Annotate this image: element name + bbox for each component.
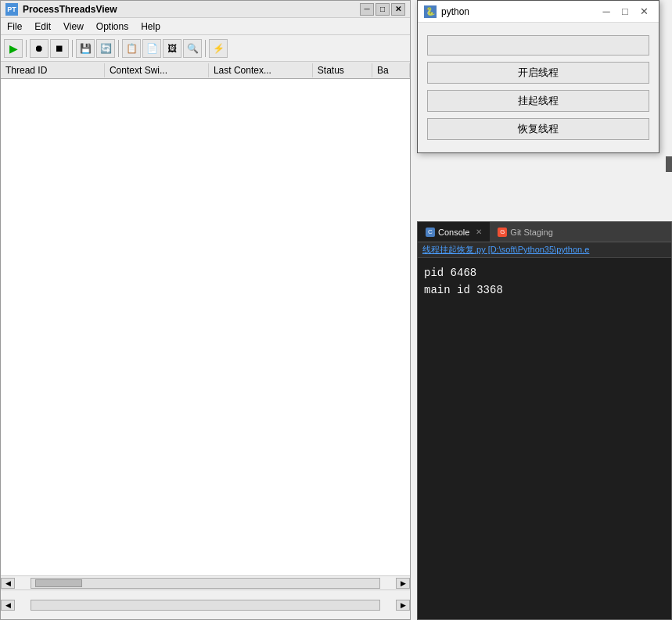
console-tab-label: Console	[438, 228, 469, 237]
python-window-title: python	[441, 6, 593, 17]
process-window-icon: PT	[5, 3, 18, 16]
python-dialog-body: 开启线程 挂起线程 恢复线程	[418, 23, 659, 152]
menu-file[interactable]: File	[1, 20, 28, 34]
process-window-title: ProcessThreadsView	[23, 4, 355, 15]
process-menubar: File Edit View Options Help	[1, 18, 410, 35]
table-header: Thread ID Context Swi... Last Contex... …	[1, 62, 410, 79]
process-window-titlebar: PT ProcessThreadsView ─ □ ✕	[1, 1, 410, 18]
git-tab-icon: G	[498, 228, 507, 237]
python-minimize-btn[interactable]: ─	[598, 3, 615, 20]
h-scrollbar-area: ◀ ▶	[1, 575, 410, 590]
python-titlebar-controls: ─ □ ✕	[598, 3, 652, 20]
python-window-icon: 🐍	[424, 5, 437, 18]
process-window-controls: ─ □ ✕	[360, 3, 405, 16]
console-tab-close[interactable]: ✕	[476, 228, 482, 236]
process-toolbar: ▶ ⏺ ⏹ 💾 🔄 📋 📄 🖼 🔍 ⚡	[1, 35, 410, 62]
python-maximize-btn[interactable]: □	[616, 3, 634, 20]
console-line-1: pid 6468	[424, 264, 665, 281]
bottom-h-scrollbar[interactable]	[31, 600, 380, 611]
git-tab-label: Git Staging	[510, 228, 552, 237]
console-line-2: main id 3368	[424, 281, 665, 299]
python-close-btn[interactable]: ✕	[635, 3, 652, 20]
toolbar-screenshot-btn[interactable]: 🖼	[163, 39, 181, 58]
console-panel: C Console ✕ G Git Staging 线程挂起恢复.py [D:\…	[417, 221, 672, 620]
process-maximize-btn[interactable]: □	[376, 3, 390, 16]
process-threads-window: PT ProcessThreadsView ─ □ ✕ File Edit Vi…	[0, 0, 411, 620]
toolbar-refresh-btn[interactable]: 🔄	[96, 39, 115, 58]
table-body	[1, 79, 410, 575]
process-minimize-btn[interactable]: ─	[360, 3, 374, 16]
python-text-input[interactable]	[427, 35, 649, 56]
toolbar-sep4	[205, 40, 206, 57]
console-tab-icon: C	[426, 228, 435, 237]
h-scrollbar-track[interactable]	[31, 578, 380, 589]
bottom-scroll-right-btn[interactable]: ▶	[396, 600, 410, 611]
menu-view[interactable]: View	[57, 20, 90, 34]
menu-edit[interactable]: Edit	[28, 20, 57, 34]
toolbar-record-btn[interactable]: ⏺	[30, 39, 49, 58]
bottom-scroll-left-btn[interactable]: ◀	[1, 600, 15, 611]
toolbar-copy-btn[interactable]: 📋	[122, 39, 141, 58]
bottom-panel: ◀ ▶	[1, 590, 410, 619]
tab-console[interactable]: C Console ✕	[418, 222, 490, 242]
console-output: pid 6468 main id 3368	[418, 258, 671, 619]
python-dialog-window: 🐍 python ─ □ ✕ 开启线程 挂起线程 恢复线程	[417, 0, 659, 153]
h-scroll-thumb[interactable]	[35, 579, 82, 587]
right-edge-indicator	[666, 156, 672, 172]
col-header-context-sw[interactable]: Context Swi...	[105, 63, 209, 77]
start-thread-btn[interactable]: 开启线程	[427, 62, 649, 84]
col-header-ba[interactable]: Ba	[372, 63, 410, 77]
toolbar-copy2-btn[interactable]: 📄	[142, 39, 161, 58]
resume-thread-btn[interactable]: 恢复线程	[427, 118, 649, 140]
suspend-thread-btn[interactable]: 挂起线程	[427, 90, 649, 112]
menu-options[interactable]: Options	[90, 20, 135, 34]
console-file-link[interactable]: 线程挂起恢复.py [D:\soft\Python35\python.e	[418, 242, 671, 258]
scroll-right-btn[interactable]: ▶	[396, 578, 410, 589]
python-titlebar: 🐍 python ─ □ ✕	[418, 1, 659, 23]
toolbar-plugin-btn[interactable]: ⚡	[209, 39, 228, 58]
scroll-left-btn[interactable]: ◀	[1, 578, 15, 589]
process-close-btn[interactable]: ✕	[391, 3, 405, 16]
menu-help[interactable]: Help	[135, 20, 167, 34]
tab-git-staging[interactable]: G Git Staging	[490, 222, 560, 242]
toolbar-stop-btn[interactable]: ⏹	[50, 39, 69, 58]
toolbar-sep3	[118, 40, 119, 57]
toolbar-filter-btn[interactable]: 🔍	[183, 39, 202, 58]
col-header-thread-id[interactable]: Thread ID	[1, 63, 105, 77]
col-header-last-context[interactable]: Last Contex...	[209, 63, 313, 77]
toolbar-play-btn[interactable]: ▶	[4, 39, 23, 58]
col-header-status[interactable]: Status	[313, 63, 372, 77]
console-tabbar: C Console ✕ G Git Staging	[418, 222, 671, 242]
toolbar-sep2	[72, 40, 73, 57]
toolbar-sep1	[26, 40, 27, 57]
toolbar-save-btn[interactable]: 💾	[76, 39, 95, 58]
